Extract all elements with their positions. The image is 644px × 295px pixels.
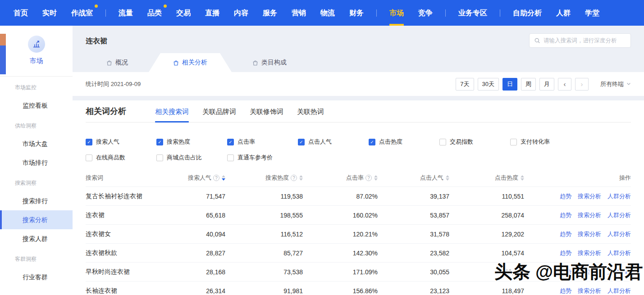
word-type-tab-2[interactable]: 关联修饰词 [250,100,283,122]
range-button-3[interactable]: 周 [521,78,536,91]
checkbox[interactable] [86,154,92,161]
column-header-1: 搜索词 [86,174,183,182]
metric-checkbox-item[interactable]: 直通车参考价 [227,154,298,162]
next-button[interactable]: › [575,78,589,91]
action-trend[interactable]: 趋势 [560,249,571,257]
sort-carets[interactable] [446,175,449,181]
sidebar-item[interactable]: 搜索分析 [0,210,73,229]
action-trend[interactable]: 趋势 [560,287,571,295]
sidebar-item[interactable]: 搜索排行 [0,191,73,210]
action-crowd-analysis[interactable]: 人群分析 [607,192,631,200]
metric-checkbox-item[interactable]: ✓点击热度 [369,138,439,146]
sidebar-item[interactable]: 行业客群 [0,268,73,286]
info-icon[interactable]: ? [291,175,297,181]
column-header-2[interactable]: 搜索人气? [183,174,225,182]
sidebar-item[interactable]: 监控看板 [0,96,73,115]
nav-item-7[interactable]: 直播 [198,0,227,26]
checkbox[interactable]: ✓ [369,139,375,145]
nav-item-12[interactable]: 财务 [342,0,371,26]
info-icon[interactable]: ? [365,175,372,181]
metric-checkbox-item[interactable]: ✓搜索人气 [86,138,156,146]
cell-value: 28,827 [183,250,225,257]
action-crowd-analysis[interactable]: 人群分析 [607,287,631,295]
category-tab-2[interactable]: 类目构成 [232,53,307,72]
column-header-4[interactable]: 点击率? [303,174,378,182]
nav-item-2[interactable]: 作战室 [64,0,100,26]
metric-checkbox-item[interactable]: ✓点击人气 [298,138,369,146]
checkbox[interactable]: ✓ [86,139,92,145]
nav-item-20[interactable]: 人群 [549,0,578,26]
range-button-1[interactable]: 30天 [478,78,499,91]
info-icon[interactable]: ? [213,175,219,181]
sort-carets[interactable] [299,175,303,181]
category-tab-1[interactable]: 相关分析 [149,53,232,72]
checkbox[interactable] [439,139,446,145]
nav-item-19[interactable]: 自助分析 [506,0,549,26]
sidebar-module-market[interactable]: 市场 [0,26,73,77]
column-header-5[interactable]: 点击人气 [378,174,449,182]
word-type-tab-1[interactable]: 关联品牌词 [202,100,236,122]
metric-checkbox-item[interactable]: 商城点击占比 [156,154,227,162]
nav-item-8[interactable]: 内容 [227,0,256,26]
column-header-6[interactable]: 点击热度 [449,174,524,182]
word-type-tab-3[interactable]: 关联热词 [297,100,324,122]
action-trend[interactable]: 趋势 [560,268,571,276]
sort-carets[interactable] [222,175,225,181]
cell-value: 156.86% [303,287,378,295]
action-search-analysis[interactable]: 搜索分析 [578,287,601,295]
search-input[interactable] [544,37,626,44]
metric-checkbox-item[interactable]: 交易指数 [439,138,510,146]
nav-item-6[interactable]: 交易 [169,0,198,26]
prev-button[interactable]: ‹ [558,78,571,91]
nav-item-9[interactable]: 服务 [256,0,284,26]
action-trend[interactable]: 趋势 [560,230,571,238]
checkbox[interactable] [510,139,517,145]
action-crowd-analysis[interactable]: 人群分析 [607,249,631,257]
range-button-4[interactable]: 月 [539,78,554,91]
sort-carets[interactable] [374,175,378,181]
terminal-dropdown[interactable]: 所有终端 [600,80,631,88]
word-type-tab-0[interactable]: 相关搜索词 [155,100,189,122]
action-search-analysis[interactable]: 搜索分析 [578,249,601,257]
cell-value: 23,123 [378,287,449,295]
action-crowd-analysis[interactable]: 人群分析 [607,230,631,238]
category-tab-0[interactable]: 概况 [86,53,149,72]
action-trend[interactable]: 趋势 [560,211,571,219]
checkbox[interactable]: ✓ [227,139,234,145]
checkbox[interactable] [156,154,163,161]
column-header-3[interactable]: 搜索热度? [225,174,303,182]
checkbox[interactable]: ✓ [298,139,305,145]
range-button-2[interactable]: 日 [502,78,517,91]
checkbox[interactable] [227,154,234,161]
checkbox[interactable]: ✓ [156,139,163,145]
nav-item-15[interactable]: 竞争 [411,0,440,26]
search-box[interactable] [529,33,631,48]
action-crowd-analysis[interactable]: 人群分析 [607,211,631,219]
sort-carets[interactable] [521,175,524,181]
range-button-0[interactable]: 7天 [456,78,474,91]
metric-checkbox-item[interactable]: ✓搜索热度 [156,138,227,146]
sidebar-item[interactable]: 市场大盘 [0,134,73,153]
nav-item-4[interactable]: 流量 [111,0,140,26]
nav-item-0[interactable]: 首页 [6,0,35,26]
category-tab-label: 相关分析 [182,59,207,67]
metric-checkbox-item[interactable]: ✓点击率 [227,138,298,146]
nav-item-11[interactable]: 物流 [313,0,342,26]
action-trend[interactable]: 趋势 [560,192,571,200]
action-search-analysis[interactable]: 搜索分析 [578,268,601,276]
metric-checkbox-item[interactable]: 支付转化率 [510,138,581,146]
nav-item-1[interactable]: 实时 [35,0,64,26]
nav-item-10[interactable]: 营销 [284,0,313,26]
nav-item-5[interactable]: 品类 [140,0,169,26]
action-crowd-analysis[interactable]: 人群分析 [607,268,631,276]
sidebar-item[interactable]: 市场排行 [0,153,73,172]
action-search-analysis[interactable]: 搜索分析 [578,211,601,219]
cell-value: 104,574 [449,250,524,257]
metric-checkbox-item[interactable]: 在线商品数 [86,154,156,162]
action-search-analysis[interactable]: 搜索分析 [578,192,601,200]
nav-item-21[interactable]: 学堂 [578,0,607,26]
action-search-analysis[interactable]: 搜索分析 [578,230,601,238]
nav-item-17[interactable]: 业务专区 [451,0,494,26]
sidebar-item[interactable]: 搜索人群 [0,229,73,248]
nav-item-14[interactable]: 市场 [382,0,411,26]
